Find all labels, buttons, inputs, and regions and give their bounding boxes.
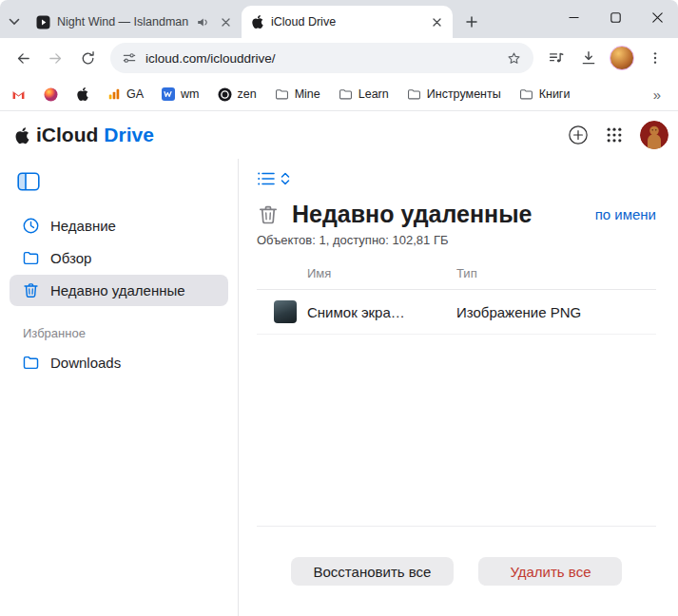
tab-night-wind[interactable]: Night Wind — Islandman <box>27 6 242 38</box>
app-launcher-grid-icon[interactable] <box>605 125 624 144</box>
bookmarks-bar: GA wm zen Mine Learn Инструменты Книги » <box>0 78 678 111</box>
media-controls-button[interactable] <box>541 43 571 73</box>
back-arrow-icon <box>15 50 31 67</box>
bookmark-folder-mine[interactable]: Mine <box>275 87 320 102</box>
wm-site-icon <box>162 87 175 101</box>
forward-button[interactable] <box>40 43 70 73</box>
site-settings-icon[interactable] <box>122 50 137 66</box>
reload-icon <box>80 50 96 67</box>
bookmarks-overflow-chevron[interactable]: » <box>648 87 667 103</box>
tab-icloud-drive[interactable]: iCloud Drive <box>242 6 453 38</box>
folder-icon <box>339 87 353 102</box>
sort-by-name-button[interactable]: по имени <box>595 206 656 222</box>
title-row: Недавно удаленные по имени <box>257 201 656 228</box>
sidebar-item-label: Недавно удаленные <box>50 282 185 298</box>
sidebar-item-downloads[interactable]: Downloads <box>10 347 228 378</box>
sidebar-item-label: Недавние <box>50 218 116 234</box>
sidebar-item-browse[interactable]: Обзор <box>10 242 228 274</box>
bookmark-folder-learn[interactable]: Learn <box>339 87 389 102</box>
sidebar-item-label: Обзор <box>50 250 91 266</box>
folder-icon <box>519 87 533 102</box>
close-tab-icon[interactable] <box>428 13 445 30</box>
brand-drive-text: Drive <box>104 124 154 146</box>
analytics-bars-icon <box>107 87 121 101</box>
bookmark-ga[interactable]: GA <box>107 87 144 101</box>
apple-favicon-icon <box>251 15 264 29</box>
list-view-icon <box>257 170 276 187</box>
speaker-icon[interactable] <box>196 15 210 29</box>
icloud-account-avatar[interactable] <box>640 121 668 149</box>
tab-strip: Night Wind — Islandman iCloud Drive <box>0 0 678 38</box>
window-controls <box>552 0 678 34</box>
media-note-icon <box>548 49 565 67</box>
tab-title: Night Wind — Islandman <box>57 15 189 29</box>
download-button[interactable] <box>573 43 604 73</box>
chevron-down-icon <box>9 18 20 26</box>
trash-icon <box>22 281 40 299</box>
close-window-button[interactable] <box>636 0 678 34</box>
file-type: Изображение PNG <box>456 304 656 320</box>
browser-window: Night Wind — Islandman iCloud Drive <box>0 0 678 616</box>
sidebar-item-label: Downloads <box>50 355 121 371</box>
restore-all-button[interactable]: Восстановить все <box>291 557 455 586</box>
sidebar-toggle-icon <box>17 172 40 191</box>
icloud-main: Недавние Обзор Недавно удаленные Избранн… <box>0 159 678 616</box>
bookmark-apple[interactable] <box>76 87 89 101</box>
table-header: Имя Тип <box>257 266 656 290</box>
trash-title-icon <box>257 203 280 226</box>
apple-logo-icon <box>14 125 30 144</box>
storage-summary: Объектов: 1, доступно: 102,81 ГБ <box>257 233 656 247</box>
download-icon <box>580 49 597 67</box>
column-header-name: Имя <box>307 266 456 280</box>
browser-toolbar: icloud.com/iclouddrive/ <box>0 38 678 78</box>
icloud-header-actions <box>568 121 668 149</box>
folder-icon <box>407 87 421 102</box>
maximize-button[interactable] <box>594 0 636 34</box>
back-button[interactable] <box>8 43 38 73</box>
bookmark-star-icon[interactable] <box>506 50 522 67</box>
tab-search-button[interactable] <box>2 6 27 38</box>
add-plus-circle-icon[interactable] <box>568 125 589 145</box>
bookmark-zen[interactable]: zen <box>218 87 257 102</box>
gmail-icon <box>11 87 26 102</box>
minimize-button[interactable] <box>552 0 594 34</box>
reload-button[interactable] <box>72 43 103 73</box>
column-header-type: Тип <box>456 266 656 280</box>
play-favicon-icon <box>36 15 50 29</box>
brand-icloud-text: iCloud <box>36 124 98 146</box>
three-dot-menu-icon <box>648 50 663 66</box>
delete-all-button[interactable]: Удалить все <box>478 557 622 586</box>
file-row[interactable]: Снимок экра… Изображение PNG <box>257 290 656 335</box>
sidebar: Недавние Обзор Недавно удаленные Избранн… <box>0 159 239 616</box>
bookmark-label: GA <box>126 87 144 101</box>
sidebar-item-recents[interactable]: Недавние <box>10 210 228 241</box>
file-thumbnail <box>274 300 297 323</box>
gingerbread-avatar-icon <box>640 121 668 149</box>
footer-actions: Восстановить все Удалить все <box>257 557 656 586</box>
bookmark-label: Mine <box>295 87 320 101</box>
clock-icon <box>22 217 40 235</box>
bookmark-folder-books[interactable]: Книги <box>519 87 571 102</box>
sidebar-item-recently-deleted[interactable]: Недавно удаленные <box>10 275 228 306</box>
url-text: icloud.com/iclouddrive/ <box>145 51 497 66</box>
icloud-app-header: iCloud Drive <box>0 111 678 159</box>
firefox-icon <box>44 87 58 102</box>
browser-profile-avatar[interactable] <box>610 46 634 70</box>
bookmark-gmail[interactable] <box>11 87 26 102</box>
bookmark-label: Инструменты <box>427 87 501 101</box>
close-tab-icon[interactable] <box>217 13 234 30</box>
footer-divider <box>257 526 656 527</box>
bookmark-wm[interactable]: wm <box>162 87 199 101</box>
bookmark-browser[interactable] <box>44 87 58 102</box>
address-bar[interactable]: icloud.com/iclouddrive/ <box>110 43 533 73</box>
bookmark-label: Learn <box>358 87 389 101</box>
sidebar-toggle-button[interactable] <box>17 172 40 191</box>
apple-icon <box>76 87 89 101</box>
view-toggle-button[interactable] <box>257 168 290 189</box>
icloud-drive-brand[interactable]: iCloud Drive <box>14 124 154 146</box>
content-panel: Недавно удаленные по имени Объектов: 1, … <box>239 159 678 616</box>
new-tab-button[interactable] <box>458 9 485 35</box>
browser-menu-button[interactable] <box>640 43 670 73</box>
bookmark-folder-tools[interactable]: Инструменты <box>407 87 501 102</box>
tab-title: iCloud Drive <box>271 15 421 29</box>
